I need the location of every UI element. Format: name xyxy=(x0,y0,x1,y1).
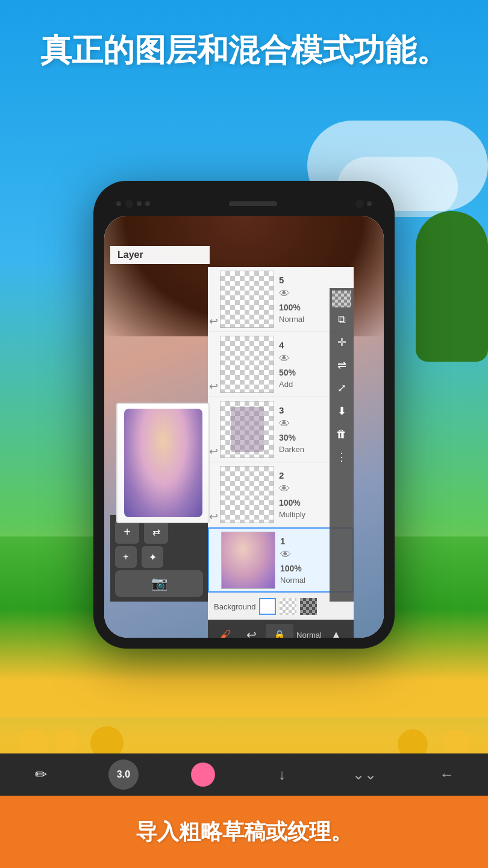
layer-num-2: 2 xyxy=(279,470,284,480)
main-title: 真正的图层和混合模式功能。 xyxy=(24,30,464,71)
down-arrow-nav[interactable]: ↓ xyxy=(267,760,297,790)
add-sub-button[interactable]: + xyxy=(115,546,137,568)
phone-speaker xyxy=(229,201,277,206)
arrow-up-icon[interactable]: ▲ xyxy=(325,623,348,638)
layer-num-1: 1 xyxy=(280,536,285,546)
more-toolbar-btn[interactable]: ⋮ xyxy=(331,446,352,468)
layer-eye-4[interactable]: 👁 xyxy=(279,353,290,365)
bottom-banner-text: 导入粗略草稿或纹理。 xyxy=(136,817,352,847)
camera-dot2 xyxy=(367,201,372,206)
blend-mode-label[interactable]: Normal xyxy=(296,631,322,638)
size-value: 3.0 xyxy=(117,769,130,780)
double-down-nav[interactable]: ⌄⌄ xyxy=(349,760,380,790)
layer-thumb-2 xyxy=(220,466,274,523)
background-label: Background xyxy=(214,602,255,611)
right-toolbar: ⧉ ✛ ⇌ ⤢ ⬇ 🗑 ⋮ xyxy=(330,288,354,602)
title-area: 真正的图层和混合模式功能。 xyxy=(0,30,488,71)
layer-opacity-5: 100% xyxy=(279,303,301,312)
undo-tool-icon[interactable]: ↩ xyxy=(240,623,263,638)
bg-checker-option[interactable] xyxy=(280,598,296,615)
expand-toolbar-btn[interactable]: ⤢ xyxy=(331,377,352,399)
layer-num-3: 3 xyxy=(279,405,284,415)
layer-opacity-4: 50% xyxy=(279,368,296,377)
layer-eye-5[interactable]: 👁 xyxy=(279,288,290,300)
merge-icon-4: ↩ xyxy=(209,380,218,393)
merge-icon-3: ↩ xyxy=(209,445,218,458)
back-arrow-icon: ← xyxy=(440,766,454,783)
camera-button[interactable]: 📷 xyxy=(115,570,203,597)
brush-icon: ✏ xyxy=(35,766,47,783)
merge-icon-2: ↩ xyxy=(209,510,218,523)
ghost-figure xyxy=(231,407,264,452)
bg-dark-checker-option[interactable] xyxy=(300,598,317,615)
layer-mode-3: Darken xyxy=(279,445,304,454)
layer-opacity-2: 100% xyxy=(279,498,301,508)
layer-thumb-3 xyxy=(220,401,274,458)
tree-decoration xyxy=(416,211,488,362)
phone-camera-right xyxy=(355,200,372,208)
layer-mode-1: Normal xyxy=(280,576,305,585)
move-toolbar-btn[interactable]: ✛ xyxy=(331,332,352,353)
lock-icon: 🔒 xyxy=(274,629,286,638)
merge-icon-5: ↩ xyxy=(209,315,218,328)
camera-dot1 xyxy=(355,200,364,208)
character-preview xyxy=(116,403,210,523)
layer-mode-2: Multiply xyxy=(279,510,305,519)
down-arrow-icon: ↓ xyxy=(278,766,286,783)
nav-bar: ✏ 3.0 ↓ ⌄⌄ ← xyxy=(0,753,488,796)
phone-top-bar xyxy=(104,192,384,216)
effects-button[interactable]: ✦ xyxy=(142,546,163,568)
layer-panel: Layer + ⇄ + xyxy=(110,246,378,602)
layer-num-4: 4 xyxy=(279,340,284,350)
brush-tool-icon[interactable]: 🖌 xyxy=(214,623,237,638)
layer-mode-4: Add xyxy=(279,380,293,389)
layer-thumb-4 xyxy=(220,336,274,393)
dot1 xyxy=(116,201,121,206)
layer-thumb-char-1 xyxy=(222,532,275,588)
merge-layer-button[interactable]: ⇄ xyxy=(144,520,168,544)
bottom-banner: 导入粗略草稿或纹理。 xyxy=(0,796,488,868)
lock-button[interactable]: 🔒 xyxy=(266,624,293,638)
layer-opacity-3: 30% xyxy=(279,433,296,442)
front-camera xyxy=(125,200,133,208)
layer-label: Layer xyxy=(117,250,143,260)
layer-mode-5: Normal xyxy=(279,315,304,324)
layer-eye-2[interactable]: 👁 xyxy=(279,483,290,495)
double-down-icon: ⌄⌄ xyxy=(352,766,377,783)
char-preview-inner xyxy=(124,409,202,517)
color-picker[interactable] xyxy=(191,763,215,787)
layer-opacity-1: 100% xyxy=(280,564,302,573)
phone-frame: Layer + ⇄ + xyxy=(93,181,395,649)
dot2 xyxy=(137,201,142,206)
layers-area: + ⇄ + ✦ 📷 ↩ xyxy=(110,267,354,602)
back-nav-btn[interactable]: ← xyxy=(432,760,462,790)
brush-nav-btn[interactable]: ✏ xyxy=(26,760,56,790)
phone-screen: Layer + ⇄ + xyxy=(104,216,384,638)
layer-eye-1[interactable]: 👁 xyxy=(280,549,291,561)
dot3 xyxy=(145,201,150,206)
flip-toolbar-btn[interactable]: ⇌ xyxy=(331,354,352,376)
download-toolbar-btn[interactable]: ⬇ xyxy=(331,400,352,422)
layer-thumb-1 xyxy=(221,532,275,589)
layer-eye-3[interactable]: 👁 xyxy=(279,418,290,430)
bg-white-option[interactable] xyxy=(259,598,276,615)
layer-thumb-5 xyxy=(220,271,274,328)
flowers-area xyxy=(0,687,488,760)
phone-camera-left xyxy=(116,200,150,208)
trash-toolbar-btn[interactable]: 🗑 xyxy=(331,423,352,445)
phone-frame-container: Layer + ⇄ + xyxy=(93,181,395,649)
checker-toolbar-btn[interactable] xyxy=(332,291,351,307)
layer-num-5: 5 xyxy=(279,275,284,285)
copy-toolbar-btn[interactable]: ⧉ xyxy=(331,309,352,330)
layer-panel-header: Layer xyxy=(110,246,210,264)
bottom-tool-bar: 🖌 ↩ 🔒 Normal ▲ xyxy=(208,620,354,638)
add-layer-button[interactable]: + xyxy=(115,520,139,544)
size-indicator[interactable]: 3.0 xyxy=(108,760,139,790)
